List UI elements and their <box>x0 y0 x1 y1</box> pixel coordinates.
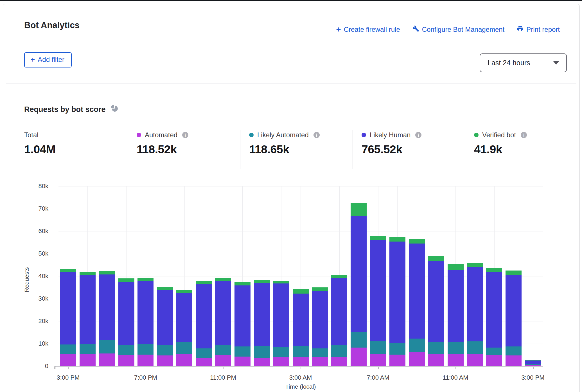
bar-segment-verified-bot <box>486 268 502 272</box>
bar-segment-verified-bot <box>60 269 76 272</box>
bot-analytics-page: Bot Analytics +Create firewall ruleConfi… <box>0 0 582 392</box>
bar-segment-verified-bot <box>137 278 154 281</box>
stacked-bar-hour-5[interactable] <box>157 287 173 366</box>
bar-segment-verified-bot <box>312 287 328 291</box>
header-actions: +Create firewall ruleConfigure Bot Manag… <box>336 25 560 34</box>
bar-segment-likely-automated <box>234 346 251 356</box>
stacked-bar-hour-15[interactable] <box>351 203 367 366</box>
stacked-bar-hour-8[interactable] <box>215 278 231 366</box>
stacked-bar-hour-14[interactable] <box>331 275 347 366</box>
bar-segment-likely-automated <box>118 345 134 355</box>
bar-segment-verified-bot <box>157 287 173 290</box>
stacked-bar-hour-16[interactable] <box>370 236 386 366</box>
info-icon[interactable]: i <box>182 132 188 138</box>
legend-dot-icon <box>249 133 254 137</box>
bar-segment-likely-human <box>331 278 347 345</box>
time-range-select[interactable]: Last 24 hours <box>480 53 567 72</box>
bar-segment-verified-bot <box>506 271 522 275</box>
stat-label-text: Total <box>24 131 39 139</box>
bar-segment-verified-bot <box>331 275 347 278</box>
stacked-bar-hour-7[interactable] <box>196 281 212 366</box>
bar-segment-verified-bot <box>467 263 483 267</box>
stacked-bar-hour-18[interactable] <box>409 239 425 366</box>
header-action-print-report[interactable]: Print report <box>517 25 560 34</box>
header-divider <box>6 84 576 84</box>
info-icon[interactable]: i <box>313 132 320 138</box>
bar-segment-verified-bot <box>99 271 115 275</box>
stat-label-row: Likely Automatedi <box>249 131 350 139</box>
header-action-label: Print report <box>526 26 560 33</box>
stacked-bar-hour-12[interactable] <box>293 289 309 366</box>
stacked-bar-hour-23[interactable] <box>506 271 522 366</box>
stacked-bar-hour-19[interactable] <box>428 256 444 366</box>
x-axis-tick <box>146 367 146 369</box>
bar-segment-verified-bot <box>118 278 134 282</box>
x-tick-label: 3:00 AM <box>284 374 317 381</box>
plus-icon: + <box>336 26 341 33</box>
bar-segment-likely-human <box>60 272 76 344</box>
stacked-bar-hour-2[interactable] <box>99 271 115 366</box>
stacked-bar-hour-13[interactable] <box>312 287 328 366</box>
stat-verified-bot: Verified boti41.9k <box>474 131 575 156</box>
bar-segment-likely-human <box>389 242 405 343</box>
info-icon[interactable]: i <box>415 132 421 138</box>
bar-segment-likely-automated <box>137 344 154 355</box>
bar-segment-likely-human <box>506 275 522 346</box>
bar-segment-likely-automated <box>525 364 541 365</box>
bar-segment-likely-automated <box>293 346 309 357</box>
add-filter-button[interactable]: + Add filter <box>24 52 72 67</box>
bar-segment-automated <box>428 354 444 366</box>
stat-label-text: Verified bot <box>482 131 516 139</box>
y-tick-label: 60k <box>29 227 48 235</box>
stacked-bar-hour-10[interactable] <box>254 280 270 366</box>
bar-segment-verified-bot <box>80 272 96 275</box>
stacked-bar-hour-11[interactable] <box>273 281 289 366</box>
stacked-bar-hour-0[interactable] <box>60 269 76 366</box>
bar-segment-automated <box>486 355 502 366</box>
header-action-create-firewall-rule[interactable]: +Create firewall rule <box>336 26 400 33</box>
stat-label-text: Automated <box>145 131 177 139</box>
bar-segment-likely-human <box>525 361 541 364</box>
stat-total: Total1.04M <box>24 131 125 156</box>
bar-segment-verified-bot <box>351 203 367 216</box>
stat-value: 118.52k <box>137 143 238 156</box>
stacked-bar-hour-17[interactable] <box>389 237 405 366</box>
legend-dot-icon <box>474 133 479 137</box>
bar-segment-verified-bot <box>370 236 386 240</box>
bar-segment-likely-automated <box>467 341 483 354</box>
x-axis-tick <box>68 367 69 369</box>
bar-segment-likely-human <box>215 281 231 345</box>
bar-segment-likely-automated <box>428 342 444 354</box>
bar-segment-likely-automated <box>60 344 76 354</box>
header-action-configure-bot-management[interactable]: Configure Bot Management <box>412 25 505 34</box>
chart-section-title: Requests by bot score <box>24 104 119 115</box>
bar-segment-likely-automated <box>80 344 96 355</box>
bar-segment-automated <box>60 354 76 366</box>
time-range-value: Last 24 hours <box>488 59 530 67</box>
bar-segment-likely-human <box>312 291 328 348</box>
stacked-bar-hour-1[interactable] <box>80 272 96 366</box>
x-tick-label: 11:00 AM <box>439 374 472 381</box>
stacked-bar-hour-24[interactable] <box>525 360 541 366</box>
bar-segment-automated <box>293 357 309 366</box>
stacked-bar-hour-3[interactable] <box>118 278 134 366</box>
stacked-bar-hour-9[interactable] <box>234 282 251 366</box>
stacked-bar-hour-22[interactable] <box>486 268 502 366</box>
bar-segment-automated <box>273 357 289 366</box>
bar-segment-likely-human <box>118 282 134 345</box>
bar-segment-verified-bot <box>215 278 231 281</box>
plus-icon: + <box>30 57 35 63</box>
stacked-bar-hour-4[interactable] <box>137 278 154 366</box>
stat-label-row: Total <box>24 131 125 139</box>
stat-likely-automated: Likely Automatedi118.65k <box>249 131 350 156</box>
stacked-bar-hour-20[interactable] <box>448 264 464 366</box>
bar-segment-likely-automated <box>254 346 270 358</box>
info-icon[interactable]: i <box>521 132 527 138</box>
stacked-bar-hour-6[interactable] <box>176 290 192 366</box>
bar-segment-likely-automated <box>389 343 405 355</box>
stat-divider <box>465 130 465 169</box>
stacked-bar-hour-21[interactable] <box>467 263 483 366</box>
bar-segment-automated <box>467 354 483 366</box>
bar-segment-automated <box>196 358 212 366</box>
header-action-label: Configure Bot Management <box>422 26 505 33</box>
